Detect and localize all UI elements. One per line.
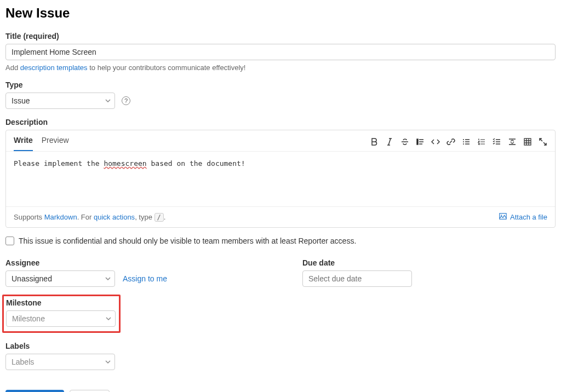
body-prefix: Please implement the xyxy=(14,159,104,168)
body-spell-error: homescreen xyxy=(104,159,146,168)
due-date-input[interactable] xyxy=(302,270,412,287)
svg-point-0 xyxy=(463,139,464,140)
labels-group: Labels Labels xyxy=(5,342,280,370)
tab-write[interactable]: Write xyxy=(14,136,33,151)
svg-rect-3 xyxy=(524,139,531,145)
footer-hint: Supports Markdown. For quick actions, ty… xyxy=(14,213,165,222)
attach-file-link[interactable]: Attach a file xyxy=(499,212,547,222)
quote-icon[interactable] xyxy=(416,137,425,146)
bullet-list-icon[interactable] xyxy=(462,137,471,146)
link-icon[interactable] xyxy=(446,137,455,146)
cancel-button[interactable]: Cancel xyxy=(70,390,110,392)
markdown-link[interactable]: Markdown xyxy=(44,213,77,221)
milestone-label: Milestone xyxy=(6,298,116,307)
milestone-select[interactable]: Milestone xyxy=(6,310,116,327)
table-icon[interactable] xyxy=(523,137,532,146)
toolbar xyxy=(370,137,547,149)
milestone-highlight: Milestone Milestone xyxy=(2,295,121,333)
hint-suffix: to help your contributors communicate ef… xyxy=(88,64,246,72)
hint-prefix: Add xyxy=(5,64,20,72)
confidential-row: This issue is confidential and should on… xyxy=(5,237,556,245)
task-list-icon[interactable] xyxy=(493,137,501,146)
strikethrough-icon[interactable] xyxy=(400,137,409,146)
title-input[interactable] xyxy=(5,44,556,60)
assignee-group: Assignee Unassigned Assign to me xyxy=(5,258,280,287)
svg-point-1 xyxy=(463,141,464,142)
confidential-checkbox[interactable] xyxy=(5,237,14,245)
assign-to-me-link[interactable]: Assign to me xyxy=(123,274,167,283)
milestone-group: Milestone Milestone xyxy=(6,298,116,327)
labels-select[interactable]: Labels xyxy=(5,354,115,370)
slash-key-badge: / xyxy=(154,213,164,222)
type-label: Type xyxy=(5,80,556,89)
code-icon[interactable] xyxy=(431,137,440,146)
image-icon xyxy=(499,212,507,222)
italic-icon[interactable] xyxy=(385,137,394,146)
description-group: Description Write Preview xyxy=(5,118,556,228)
svg-point-5 xyxy=(501,215,502,216)
type-select[interactable]: Issue xyxy=(5,93,115,109)
confidential-label: This issue is confidential and should on… xyxy=(19,237,356,245)
collapse-icon[interactable] xyxy=(508,137,517,146)
page-title: New Issue xyxy=(5,5,556,21)
create-issue-button[interactable]: Create issue xyxy=(5,390,64,392)
title-label: Title (required) xyxy=(5,32,556,41)
description-label: Description xyxy=(5,118,556,126)
assignee-select[interactable]: Unassigned xyxy=(5,270,115,287)
description-textarea[interactable]: Please implement the homescreen based on… xyxy=(6,152,555,206)
quick-actions-link[interactable]: quick actions xyxy=(94,213,135,221)
due-date-label: Due date xyxy=(302,258,561,267)
fullscreen-icon[interactable] xyxy=(539,137,547,146)
due-date-group: Due date xyxy=(302,258,561,287)
svg-point-2 xyxy=(463,143,464,145)
number-list-icon[interactable] xyxy=(477,137,486,146)
type-group: Type Issue ? xyxy=(5,80,556,109)
assignee-label: Assignee xyxy=(5,258,280,267)
description-templates-link[interactable]: description templates xyxy=(20,64,88,72)
body-suffix: based on the document! xyxy=(147,159,245,168)
labels-label: Labels xyxy=(5,342,280,350)
help-icon[interactable]: ? xyxy=(122,96,130,105)
tab-preview[interactable]: Preview xyxy=(42,136,69,151)
title-group: Title (required) Add description templat… xyxy=(5,32,556,72)
bold-icon[interactable] xyxy=(370,137,379,146)
template-hint: Add description templates to help your c… xyxy=(5,64,556,72)
